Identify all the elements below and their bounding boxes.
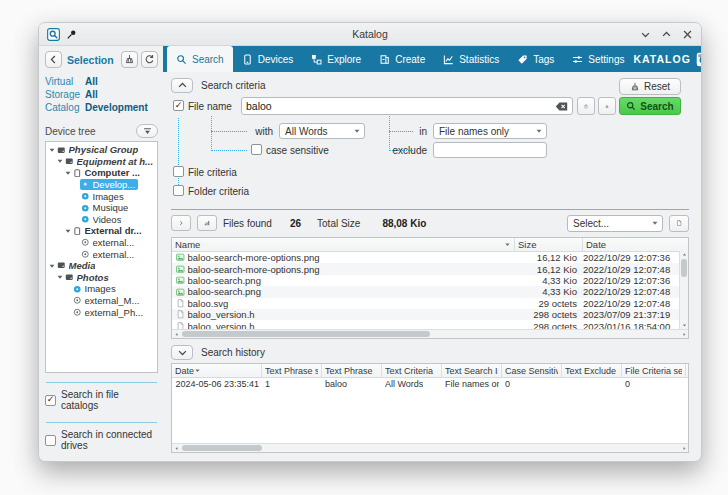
tree-item-label: Videos [93,214,122,225]
export-results-button[interactable] [669,215,689,232]
in-combobox[interactable]: File names only [433,123,547,139]
case-sensitive-checkbox[interactable] [251,144,262,155]
settings-icon [572,54,583,65]
arrow-down-icon[interactable] [682,323,687,328]
collapse-arrow-icon[interactable] [64,169,72,177]
tab-explore[interactable]: Explore [302,46,370,72]
tree-filter-button[interactable] [136,124,158,138]
titlebar[interactable]: Katalog [39,23,701,46]
arrow-right-icon[interactable] [682,332,687,337]
arrow-right-icon[interactable] [682,446,687,451]
table-row[interactable]: baloo-search-more-options.png16,12 Kio20… [172,263,679,274]
tree-item[interactable]: Equipment at h... [46,156,157,168]
vertical-scrollbar[interactable] [679,251,688,329]
table-row[interactable]: baloo-search.png4,33 Kio2022/10/29 12:07… [172,286,679,297]
history-column-header[interactable]: Text Exclude [562,364,622,377]
file-name-input[interactable]: baloo [241,97,573,115]
search-button[interactable]: Search [619,97,681,115]
column-header-size[interactable]: Size [514,238,582,251]
minimize-button[interactable] [640,29,651,40]
column-header-name[interactable]: Name [172,238,514,251]
select-combobox[interactable]: Select... [567,215,663,232]
tree-item[interactable]: external... [46,237,157,249]
tree-item-line: Physical Group [56,144,141,155]
tab-statistics[interactable]: Statistics [434,46,508,72]
history-column-header[interactable]: Date [172,364,262,377]
clear-search-button[interactable] [598,97,616,115]
tree-item[interactable]: External dr... [46,225,157,237]
arrow-left-icon[interactable] [174,446,179,451]
search-in-file-catalogs-option[interactable]: Search in file catalogs [45,383,158,413]
paste-button[interactable] [577,97,595,115]
arrow-up-icon[interactable] [682,252,687,257]
tab-create[interactable]: Create [370,46,434,72]
tree-item[interactable]: external_Ph... [46,306,157,318]
search-in-connected-drives-option[interactable]: Search in connected drives [45,423,158,453]
close-button[interactable] [682,29,693,40]
collapse-arrow-icon[interactable] [56,273,64,281]
clear-input-icon[interactable] [555,100,568,113]
tree-item[interactable]: Develop... [46,179,157,191]
tree-item[interactable]: external... [46,248,157,260]
with-combobox[interactable]: All Words [279,123,365,139]
history-column-header[interactable]: Fi [686,364,689,377]
tab-settings[interactable]: Settings [563,46,633,72]
scrollbar-thumb[interactable] [182,331,430,337]
history-column-header[interactable]: Text Phrase [322,364,382,377]
collapse-arrow-icon[interactable] [56,157,64,165]
collapse-history-button[interactable] [171,345,193,360]
table-row[interactable]: baloo-search-more-options.png16,12 Kio20… [172,252,679,263]
history-column-header[interactable]: Text Phrase selecte [262,364,322,377]
tree-item[interactable]: Computer ... [46,167,157,179]
collapse-arrow-icon[interactable] [48,262,56,270]
file-name-checkbox[interactable] [173,100,184,111]
expand-results-button[interactable] [171,215,191,231]
statistics-toggle-button[interactable] [197,215,217,231]
table-row[interactable]: baloo_version.h298 octets2023/07/09 21:3… [172,309,679,320]
tab-tags[interactable]: Tags [508,46,563,72]
tree-item[interactable]: Videos [46,214,157,226]
option-checkbox[interactable] [45,435,56,446]
arrow-left-icon[interactable] [174,332,179,337]
exclude-input[interactable] [433,142,547,158]
tree-item[interactable]: Musique [46,202,157,214]
column-header-date[interactable]: Date [582,238,679,251]
reset-label: Reset [644,81,670,92]
tab-search[interactable]: Search [167,46,233,72]
history-column-header[interactable]: Case Sensitive [502,364,562,377]
option-checkbox[interactable] [45,395,56,406]
history-column-header[interactable]: Text Criteria [382,364,442,377]
tree-item-label: external... [93,237,135,248]
collapse-arrow-icon[interactable] [48,146,56,154]
horizontal-scrollbar[interactable] [172,443,688,452]
device-tree: Physical GroupEquipment at h...Computer … [45,141,158,373]
tree-item[interactable]: Images [46,283,157,295]
file-criteria-checkbox[interactable] [173,166,184,177]
pin-icon[interactable] [66,29,77,40]
maximize-button[interactable] [661,29,672,40]
scrollbar-thumb[interactable] [681,259,687,277]
clear-selection-button[interactable] [121,51,138,68]
reset-button[interactable]: Reset [619,78,681,95]
horizontal-scrollbar[interactable] [172,329,688,338]
table-row[interactable]: baloo-search.png4,33 Kio2022/10/29 12:07… [172,275,679,286]
back-button[interactable] [45,51,62,68]
collapse-criteria-button[interactable] [171,78,193,93]
tree-item[interactable]: Images [46,190,157,202]
filter-value[interactable]: All [85,89,98,100]
refresh-button[interactable] [141,51,158,68]
history-column-header[interactable]: Text Search In [442,364,502,377]
collapse-arrow-icon[interactable] [64,227,72,235]
filter-value[interactable]: All [85,76,98,87]
tab-devices[interactable]: Devices [233,46,303,72]
tree-item[interactable]: Physical Group [46,144,157,156]
tree-item[interactable]: external_M... [46,295,157,307]
table-row[interactable]: baloo.svg29 octets2022/10/29 12:07:48 [172,298,679,309]
scrollbar-thumb[interactable] [182,445,262,451]
history-column-header[interactable]: File Criteria selecte [622,364,686,377]
filter-value[interactable]: Development [85,102,148,113]
tree-item[interactable]: Media [46,260,157,272]
folder-criteria-checkbox[interactable] [173,185,184,196]
history-row[interactable]: 2024-05-06 23:35:411balooAll WordsFile n… [172,378,688,390]
tree-item[interactable]: Photos [46,272,157,284]
